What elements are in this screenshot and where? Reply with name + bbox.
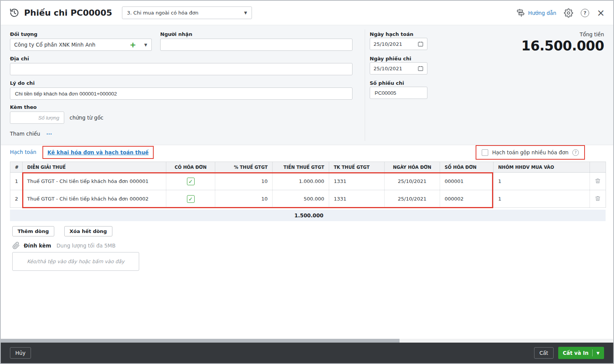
attachment-dropzone[interactable]: Kéo/thả tệp vào đây hoặc bấm vào đây <box>12 252 139 271</box>
page-title: Phiếu chi PC00005 <box>24 8 112 18</box>
col-pct-thue-gtgt: % THUẾ GTGT <box>215 162 273 173</box>
cell-tk-thue-gtgt[interactable]: 1331 <box>329 173 385 190</box>
phieu-chi-window: Phiếu chi PC00005 3. Chi mua ngoài có hó… <box>0 0 614 364</box>
col-co-hoa-don: CÓ HÓA ĐƠN <box>166 162 215 173</box>
trash-icon <box>595 178 601 184</box>
doi-tuong-label: Đối tượng <box>10 31 37 37</box>
table-row: 2Thuế GTGT - Chi tiền tiếp khách hóa đơn… <box>10 190 606 208</box>
col-so-hoa-don: SỐ HÓA ĐƠN <box>440 162 494 173</box>
cell-dien-giai-thue[interactable]: Thuế GTGT - Chi tiền tiếp khách hóa đơn … <box>23 190 166 208</box>
cell-tien-thue-gtgt[interactable]: 1.000.000 <box>273 173 329 190</box>
ngay-phieu-chi-input[interactable]: 25/10/2021 <box>370 62 427 74</box>
tab-hach-toan[interactable]: Hạch toán <box>10 149 36 155</box>
ngay-phieu-chi-value: 25/10/2021 <box>374 66 417 71</box>
cell-pct-thue-gtgt[interactable]: 10 <box>215 190 273 208</box>
checked-checkbox-icon: ✓ <box>187 178 195 185</box>
cell-ngay-hoa-don[interactable]: 25/10/2021 <box>385 190 440 208</box>
nguoi-nhan-label: Người nhận <box>160 31 192 37</box>
total-tien-thue-value: 1.500.000 <box>10 210 329 221</box>
top-bar: Phiếu chi PC00005 3. Chi mua ngoài có hó… <box>1 1 613 25</box>
history-icon[interactable] <box>9 8 19 18</box>
cell-so-hoa-don[interactable]: 000002 <box>440 190 494 208</box>
tong-tien-label: Tổng tiền <box>580 31 604 37</box>
col-actions <box>590 162 606 173</box>
tham-chieu-label: Tham chiếu <box>10 131 40 137</box>
merge-invoices-label: Hạch toán gộp nhiều hóa đơn <box>492 149 569 155</box>
checked-checkbox-icon: ✓ <box>187 195 195 203</box>
dropzone-text: Kéo/thả tệp vào đây hoặc bấm vào đây <box>27 259 124 264</box>
save-button[interactable]: Cất <box>534 347 554 359</box>
col-index: # <box>10 162 23 173</box>
cell-tien-thue-gtgt[interactable]: 500.000 <box>273 190 329 208</box>
trash-icon <box>595 195 601 202</box>
col-dien-giai-thue: DIỄN GIẢI THUẾ <box>23 162 166 173</box>
col-tk-thue-gtgt: TK THUẾ GTGT <box>329 162 385 173</box>
so-phieu-chi-input[interactable] <box>370 87 427 99</box>
ngay-hach-toan-value: 25/10/2021 <box>374 41 417 47</box>
tab-ke-khai-hoa-don[interactable]: Kê khai hóa đơn và hạch toán thuế <box>47 149 149 155</box>
table-row: 1Thuế GTGT - Chi tiền tiếp khách hóa đơn… <box>10 173 606 190</box>
table-header-row: #DIỄN GIẢI THUẾCÓ HÓA ĐƠN% THUẾ GTGTTIỀN… <box>10 162 606 173</box>
dia-chi-input[interactable] <box>10 63 352 75</box>
add-row-button[interactable]: Thêm dòng <box>12 226 54 236</box>
col-nhom-hhdv-mua-vao: NHÓM HHDV MUA VÀO <box>494 162 590 173</box>
cell-tk-thue-gtgt[interactable]: 1331 <box>329 190 385 208</box>
row-index: 2 <box>10 190 23 208</box>
doi-tuong-dropdown-button[interactable]: ▼ <box>140 39 152 51</box>
save-and-print-button[interactable]: Cất và In ▼ <box>558 347 604 359</box>
merge-invoices-highlight-box: Hạch toán gộp nhiều hóa đơn ? <box>476 145 585 160</box>
save-and-print-label: Cất và In <box>563 350 588 356</box>
voucher-type-select[interactable]: 3. Chi mua ngoài có hóa đơn ▼ <box>122 6 252 19</box>
add-partner-icon[interactable]: + <box>130 41 136 49</box>
row-index: 1 <box>10 173 23 190</box>
merge-invoices-help-icon[interactable]: ? <box>572 149 579 156</box>
delete-row-button[interactable] <box>590 190 606 208</box>
chevron-down-icon: ▼ <box>244 11 247 15</box>
horizontal-scrollbar-thumb[interactable] <box>1 339 400 343</box>
cell-dien-giai-thue[interactable]: Thuế GTGT - Chi tiền tiếp khách hóa đơn … <box>23 173 166 190</box>
calendar-icon[interactable] <box>417 41 424 47</box>
ly-do-chi-input[interactable] <box>10 87 352 100</box>
ly-do-chi-label: Lý do chi <box>10 80 35 86</box>
button-separator <box>592 349 593 356</box>
cell-pct-thue-gtgt[interactable]: 10 <box>215 173 273 190</box>
tax-table: #DIỄN GIẢI THUẾCÓ HÓA ĐƠN% THUẾ GTGTTIỀN… <box>10 162 606 208</box>
guide-link-label: Hướng dẫn <box>528 10 556 16</box>
signpost-icon <box>516 8 525 18</box>
doi-tuong-combo[interactable]: Công ty Cổ phần XNK Minh Anh + <box>10 39 140 51</box>
cell-nhom-hhdv[interactable]: 1 <box>494 190 590 208</box>
ngay-hach-toan-input[interactable]: 25/10/2021 <box>370 38 427 50</box>
guide-link[interactable]: Hướng dẫn <box>516 8 556 18</box>
cell-co-hoa-don[interactable]: ✓ <box>166 173 215 190</box>
help-icon[interactable]: ? <box>581 9 589 17</box>
table-total-row: 1.500.000 <box>10 210 606 221</box>
footer-bar: Hủy Cất Cất và In ▼ <box>1 343 613 363</box>
tab-highlight-box: Kê khai hóa đơn và hạch toán thuế <box>42 146 154 159</box>
cell-so-hoa-don[interactable]: 000001 <box>440 173 494 190</box>
voucher-type-value: 3. Chi mua ngoài có hóa đơn <box>127 10 244 16</box>
dia-chi-label: Địa chỉ <box>10 56 29 61</box>
tham-chieu-link[interactable]: ... <box>46 130 52 136</box>
attachment-size-hint: Dung lượng tối đa 5MB <box>57 243 116 249</box>
delete-all-rows-button[interactable]: Xóa hết dòng <box>64 226 112 236</box>
kem-theo-label: Kèm theo <box>10 104 37 110</box>
cell-co-hoa-don[interactable]: ✓ <box>166 190 215 208</box>
merge-invoices-checkbox[interactable] <box>482 149 488 156</box>
col-tien-thue-gtgt: TIỀN THUẾ GTGT <box>273 162 329 173</box>
so-phieu-chi-label: Số phiếu chi <box>370 80 404 86</box>
cell-nhom-hhdv[interactable]: 1 <box>494 173 590 190</box>
chung-tu-goc-label: chứng từ gốc <box>70 115 103 121</box>
kem-theo-input[interactable] <box>10 112 64 124</box>
form-divider <box>365 29 365 141</box>
calendar-icon[interactable] <box>417 65 424 71</box>
cancel-button[interactable]: Hủy <box>10 347 31 359</box>
chevron-down-icon: ▼ <box>144 43 147 47</box>
ngay-hach-toan-label: Ngày hạch toán <box>370 31 413 37</box>
ngay-phieu-chi-label: Ngày phiếu chi <box>370 56 411 61</box>
delete-row-button[interactable] <box>590 173 606 190</box>
settings-gear-icon[interactable] <box>564 8 573 18</box>
nguoi-nhan-input[interactable] <box>160 39 352 51</box>
close-icon[interactable]: × <box>597 8 605 18</box>
cell-ngay-hoa-don[interactable]: 25/10/2021 <box>385 173 440 190</box>
chevron-down-icon: ▼ <box>596 351 599 355</box>
